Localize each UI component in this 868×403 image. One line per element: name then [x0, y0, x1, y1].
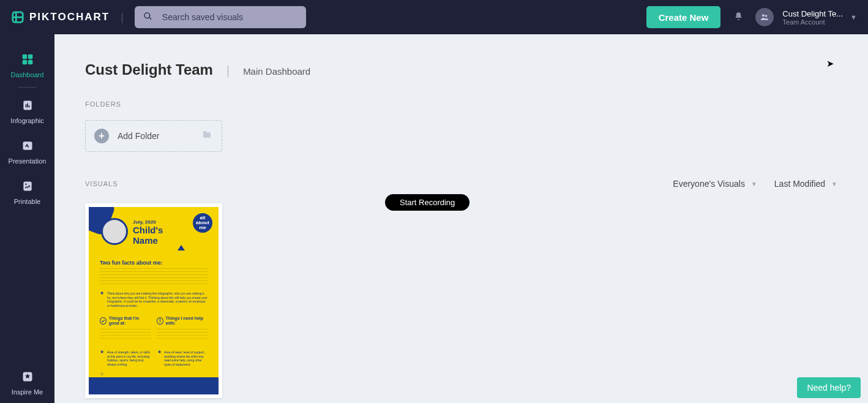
- header-bar: PIKTOCHART | Create New Cust Delight Te.…: [0, 0, 868, 34]
- check-icon: [100, 317, 107, 325]
- chevron-down-icon[interactable]: ▼: [850, 13, 857, 21]
- recording-tooltip: Start Recording: [385, 194, 470, 211]
- title-separator: |: [226, 64, 230, 78]
- header-separator: |: [121, 11, 124, 24]
- sidebar-item-inspire-me[interactable]: Inspire Me: [0, 363, 54, 403]
- user-name: Cust Delight Te...: [782, 9, 843, 18]
- svg-rect-5: [22, 60, 27, 65]
- visual-grid: all about me July, 2020 Child'sName Two …: [85, 203, 837, 398]
- caret-down-icon: ▼: [751, 181, 757, 187]
- user-menu[interactable]: Cust Delight Te... Team Account: [782, 9, 843, 26]
- sidebar-item-printable[interactable]: Printable: [0, 172, 54, 213]
- help-button[interactable]: Need help?: [797, 377, 861, 398]
- thumb-date: July, 2020: [133, 219, 156, 225]
- owner-filter-value: Everyone's Visuals: [673, 179, 745, 189]
- team-title: Cust Delight Team: [85, 61, 213, 78]
- sidebar-divider: [18, 87, 37, 88]
- infographic-icon: [21, 99, 34, 112]
- thumb-funfacts: Two fun facts about me:: [100, 260, 208, 266]
- visual-card[interactable]: all about me July, 2020 Child'sName Two …: [85, 203, 222, 398]
- sidebar-item-label: Presentation: [9, 157, 47, 165]
- folder-icon: [201, 130, 213, 143]
- breadcrumb: Main Dashboard: [243, 66, 310, 77]
- svg-point-2: [765, 15, 767, 17]
- search-box[interactable]: [135, 6, 306, 28]
- visual-thumbnail: all about me July, 2020 Child'sName Two …: [89, 207, 219, 394]
- sidebar-item-label: Printable: [14, 198, 40, 205]
- search-input[interactable]: [162, 12, 297, 22]
- title-row: Cust Delight Team | Main Dashboard: [85, 61, 837, 78]
- svg-rect-6: [28, 60, 32, 65]
- sort-dropdown[interactable]: Last Modified ▼: [774, 179, 837, 189]
- add-folder-label: Add Folder: [118, 131, 192, 141]
- sidebar-item-label: Inspire Me: [12, 388, 43, 396]
- presentation-icon: [21, 139, 34, 153]
- sort-value: Last Modified: [774, 179, 825, 189]
- sidebar-item-presentation[interactable]: Presentation: [0, 132, 54, 172]
- svg-rect-9: [27, 104, 28, 108]
- create-new-button[interactable]: Create New: [646, 6, 721, 28]
- sidebar: Dashboard Infographic Presentation Print…: [0, 34, 54, 403]
- visuals-header: VISUALS Everyone's Visuals ▼ Last Modifi…: [85, 179, 837, 189]
- logo-icon: [11, 10, 24, 24]
- logo[interactable]: PIKTOCHART: [11, 10, 110, 24]
- visuals-section-label: VISUALS: [85, 180, 118, 187]
- star-icon: [21, 370, 34, 383]
- notifications-icon[interactable]: [734, 12, 743, 23]
- svg-point-1: [762, 14, 765, 17]
- printable-icon: [21, 179, 34, 193]
- svg-rect-12: [23, 182, 31, 191]
- svg-rect-3: [22, 55, 27, 59]
- user-subtitle: Team Account: [782, 18, 843, 26]
- alert-icon: [157, 317, 163, 325]
- svg-rect-4: [28, 55, 32, 59]
- main-content: Cust Delight Team | Main Dashboard FOLDE…: [54, 34, 868, 403]
- sidebar-item-label: Dashboard: [11, 71, 44, 78]
- plus-icon: +: [94, 129, 109, 143]
- svg-rect-8: [25, 104, 26, 107]
- folders-section-label: FOLDERS: [85, 100, 837, 108]
- svg-point-13: [25, 183, 27, 185]
- thumb-badge: all about me: [193, 213, 212, 233]
- sidebar-item-label: Infographic: [10, 117, 43, 124]
- owner-filter-dropdown[interactable]: Everyone's Visuals ▼: [673, 179, 757, 189]
- thumb-title: Child'sName: [133, 225, 163, 246]
- sidebar-item-infographic[interactable]: Infographic: [0, 91, 54, 132]
- team-avatar[interactable]: [755, 8, 774, 26]
- thumb-help-with: Things I need help with:: [166, 316, 208, 325]
- caret-down-icon: ▼: [831, 181, 837, 187]
- sidebar-item-dashboard[interactable]: Dashboard: [0, 45, 54, 86]
- dashboard-icon: [21, 53, 34, 66]
- logo-text: PIKTOCHART: [29, 11, 110, 23]
- svg-rect-10: [28, 105, 29, 107]
- add-folder-button[interactable]: + Add Folder: [85, 120, 222, 152]
- thumb-good-at: Things that I'm good at:: [109, 316, 151, 325]
- search-icon: [143, 12, 152, 23]
